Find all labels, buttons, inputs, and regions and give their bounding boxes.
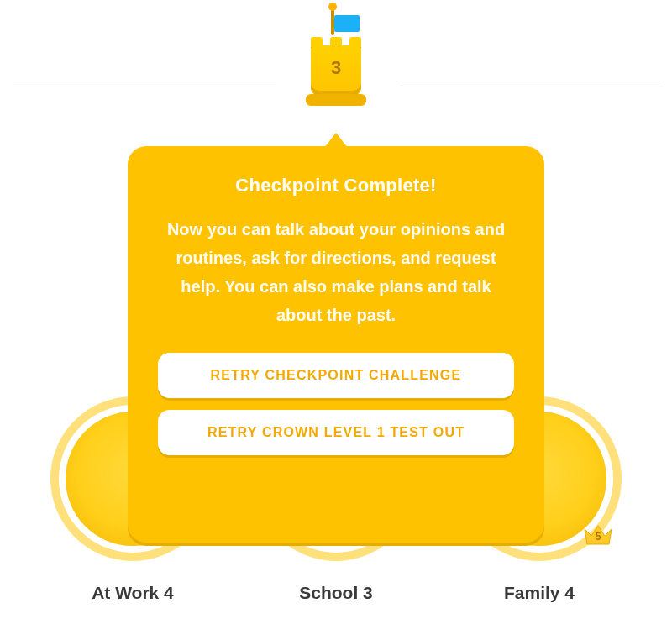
- section-divider-right: [400, 81, 660, 81]
- retry-crown-test-out-button[interactable]: RETRY CROWN LEVEL 1 TEST OUT: [158, 410, 514, 455]
- retry-checkpoint-button[interactable]: RETRY CHECKPOINT CHALLENGE: [158, 353, 514, 398]
- crown-level-number: 5: [581, 531, 615, 543]
- checkpoint-castle-icon[interactable]: 3: [302, 7, 370, 108]
- castle-base-icon: [306, 94, 366, 106]
- section-divider-left: [13, 81, 276, 81]
- popup-title: Checkpoint Complete!: [158, 175, 514, 197]
- popup-body: Now you can talk about your opinions and…: [163, 215, 509, 329]
- checkpoint-number: 3: [302, 57, 370, 79]
- skill-label-at-work-4: At Work 4: [66, 583, 200, 603]
- skill-label-school-3: School 3: [269, 583, 403, 603]
- crown-level-badge: 5: [581, 521, 615, 548]
- skill-tree-stage: 3 Checkpoint Complete! Now you can talk …: [0, 0, 672, 640]
- checkpoint-popup: Checkpoint Complete! Now you can talk ab…: [128, 146, 544, 543]
- skill-label-family-4: Family 4: [472, 583, 606, 603]
- flag-icon: [334, 15, 360, 32]
